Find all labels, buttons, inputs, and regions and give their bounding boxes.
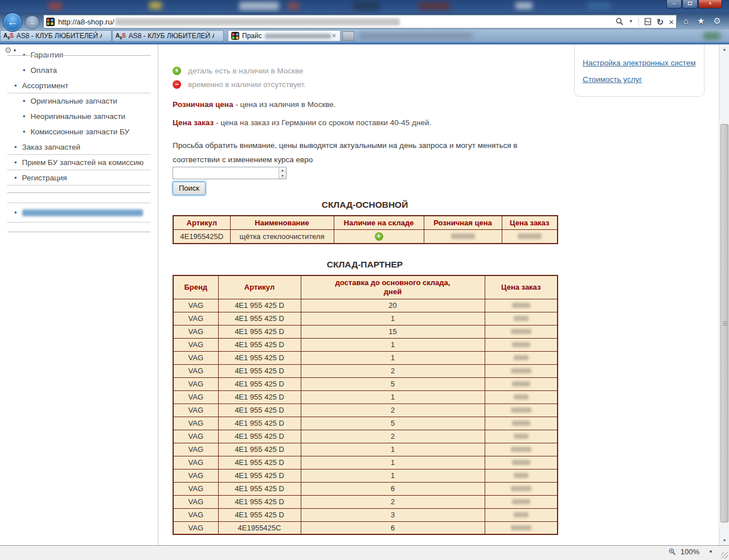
scroll-down-icon[interactable]: ▼ (719, 536, 729, 545)
order-price-label: Цена заказ (173, 118, 214, 127)
compatibility-view-icon[interactable] (644, 18, 652, 26)
brand-cell: VAG (173, 443, 218, 456)
brand-cell: VAG (173, 364, 218, 377)
sidebar-item[interactable]: • Ассортимент (0, 81, 158, 89)
search-row: ▲ ▼ (173, 167, 560, 179)
order-price-cell (502, 230, 558, 244)
home-icon[interactable]: ⌂ (683, 17, 689, 25)
censored-price (514, 512, 529, 517)
as8-favicon: A8S (3, 32, 14, 40)
scrollbar-thumb[interactable] (720, 124, 728, 522)
scroll-up-icon[interactable]: ▲ (719, 44, 729, 54)
maximize-button[interactable] (682, 0, 698, 9)
tab-price-active[interactable]: Прайс × (228, 30, 341, 42)
partner-table-row: VAG 4E1 955 425 D 5 (173, 417, 558, 430)
tab-bar: A8S AS8 - КЛУБ ЛЮБИТЕЛЕЙ AUD... A8S AS8 … (0, 30, 729, 42)
link-electronic-systems[interactable]: Настройка электронных систем (583, 59, 704, 67)
partner-table-row: VAG 4E1 955 425 D 2 (173, 495, 558, 508)
censored-price (511, 368, 531, 373)
brand-cell: VAG (173, 351, 218, 364)
censored-tab-title (265, 34, 331, 39)
minimize-button[interactable]: – (666, 0, 682, 9)
sidebar-menu: • Гарантия • Оплата • Ассортимент • Ориг… (0, 44, 158, 186)
sidebar-item[interactable]: • Заказ запчастей (0, 143, 158, 151)
new-tab-button[interactable] (342, 31, 354, 41)
brand-cell: VAG (173, 325, 218, 338)
vertical-scrollbar[interactable]: ▲ ▼ (719, 44, 729, 545)
order-price-cell (485, 338, 558, 351)
sidebar-item[interactable]: • Неоригинальные запчасти (0, 112, 158, 120)
sidebar-item[interactable]: • Оплата (0, 66, 158, 74)
favorites-star-icon[interactable]: ★ (697, 17, 705, 25)
tab-title: AS8 - КЛУБ ЛЮБИТЕЛЕЙ AUD... (129, 32, 214, 40)
sidebar-item-label: Оригинальные запчасти (31, 97, 117, 105)
search-button[interactable]: Поиск (173, 182, 206, 195)
article-cell: 4E1 955 425 D (218, 482, 301, 495)
zoom-control[interactable]: 100% ▼ (669, 547, 713, 556)
brand-cell: VAG (173, 338, 218, 351)
order-price-cell (485, 351, 558, 364)
address-bar[interactable]: http://a8-shop.ru/ ▼ ↻ × (43, 15, 677, 28)
divider (638, 17, 639, 26)
partner-table-header-row: Бренд Артикул доставка до основного скла… (173, 275, 558, 299)
bullet-icon: • (14, 174, 17, 182)
resize-grip[interactable] (721, 552, 728, 559)
partner-table-row: VAG 4E1 955 425 D 2 (173, 430, 558, 443)
sidebar-solid-separator (7, 232, 150, 232)
sidebar-dotted-separator (7, 154, 150, 155)
censored-price (512, 421, 530, 426)
delivery-days-cell: 1 (301, 469, 485, 482)
search-icon[interactable] (616, 18, 624, 26)
link-service-cost[interactable]: Стоимость услуг (583, 75, 704, 84)
spinner-up-icon[interactable]: ▲ (279, 167, 286, 173)
forward-button[interactable]: → (25, 15, 39, 30)
tab-as8-1[interactable]: A8S AS8 - КЛУБ ЛЮБИТЕЛЕЙ AUD... (0, 30, 112, 42)
availability-cell: + (334, 230, 424, 244)
censored-price (511, 447, 531, 452)
search-input[interactable] (173, 167, 279, 179)
spinner-down-icon[interactable]: ▼ (279, 173, 286, 179)
article-cell: 4E1955425D (173, 230, 230, 244)
partner-warehouse-table: Бренд Артикул доставка до основного скла… (173, 275, 558, 536)
sidebar-item[interactable]: • Регистрация (0, 174, 158, 182)
sidebar-item-label: Регистрация (22, 174, 67, 182)
partner-table-row: VAG 4E1 955 425 D 2 (173, 403, 558, 417)
partner-table-row: VAG 4E1 955 425 D 15 (173, 325, 558, 338)
sidebar-item[interactable]: • Оригинальные запчасти (0, 97, 158, 105)
censored-price (518, 233, 542, 239)
command-icons: ⌂ ★ ⚙ (683, 17, 721, 25)
legend-text: деталь есть в наличии в Москве (188, 67, 304, 75)
order-price-cell (485, 521, 558, 534)
sidebar-censored-link[interactable]: • (0, 208, 158, 217)
refresh-icon[interactable]: ↻ (657, 18, 664, 26)
sidebar-item[interactable]: • Гарантия (0, 51, 158, 59)
order-price-text: - цена на заказ из Германии со сроком по… (214, 118, 431, 127)
sidebar-item[interactable]: • Комиссионные запчасти БУ (0, 127, 158, 135)
delivery-days-cell: 1 (301, 456, 485, 469)
tools-gear-icon[interactable]: ⚙ (714, 17, 721, 25)
tab-close-icon[interactable]: × (331, 32, 337, 40)
censored-price (514, 316, 529, 321)
search-dropdown-icon[interactable]: ▼ (629, 19, 633, 24)
out-of-stock-minus-icon: − (173, 80, 181, 89)
stop-icon[interactable]: × (669, 18, 674, 26)
brand-cell: VAG (173, 403, 218, 417)
delivery-days-cell: 2 (301, 430, 485, 443)
in-stock-plus-icon: + (375, 232, 383, 241)
url-text[interactable]: http://a8-shop.ru/ (58, 18, 114, 26)
back-button[interactable]: ← (3, 13, 22, 32)
brand-cell: VAG (173, 521, 218, 534)
window-controls: – × (666, 0, 722, 9)
order-price-cell (485, 508, 558, 521)
sidebar-item[interactable]: • Прием БУ запчастей на комиссию (0, 158, 158, 166)
bullet-icon: • (23, 97, 26, 105)
censored-tab-area (359, 33, 473, 39)
censored-price (514, 434, 529, 439)
close-button[interactable]: × (698, 0, 722, 9)
tab-as8-2[interactable]: A8S AS8 - КЛУБ ЛЮБИТЕЛЕЙ AUD... (112, 30, 224, 42)
brand-cell: VAG (173, 482, 218, 495)
order-price-definition: Цена заказ - цена на заказ из Германии с… (173, 118, 560, 127)
maximize-icon (688, 2, 692, 5)
as8-favicon: A8S (116, 32, 126, 40)
sidebar: • Гарантия • Оплата • Ассортимент • Ориг… (0, 44, 158, 545)
